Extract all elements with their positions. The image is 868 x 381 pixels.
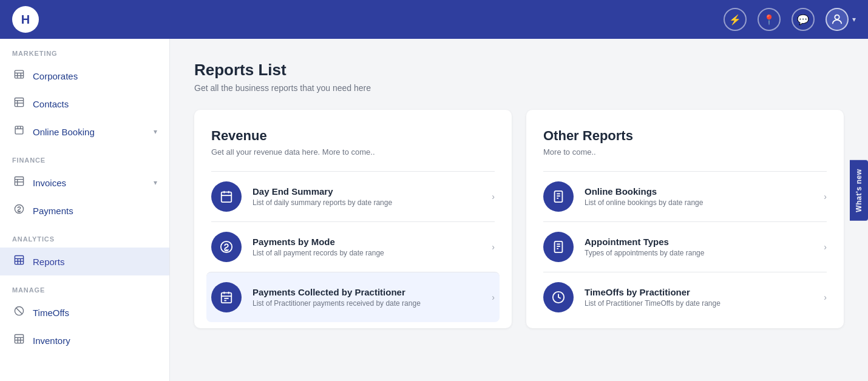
sidebar-section-manage: MANAGE [0, 275, 169, 298]
appointment-types-icon [543, 232, 574, 262]
invoices-label: Invoices [33, 178, 66, 188]
svg-rect-19 [15, 255, 23, 264]
payments-by-mode-chevron-icon: › [492, 242, 495, 252]
corporates-icon [12, 69, 25, 83]
report-item-appointment-types[interactable]: Appointment Types Types of appointments … [543, 221, 827, 272]
payments-collected-chevron-icon: › [492, 292, 495, 302]
whats-new-tab[interactable]: What's new [850, 160, 868, 221]
report-item-day-end-summary[interactable]: Day End Summary List of daily summary re… [211, 171, 495, 221]
revenue-card: Revenue Get all your revenue data here. … [194, 110, 512, 328]
sidebar-item-corporates[interactable]: Corporates [0, 62, 169, 90]
page-subtitle: Get all the business reports that you ne… [194, 83, 844, 93]
svg-rect-1 [15, 70, 23, 78]
payments-collected-name: Payments Collected by Practitioner [253, 287, 481, 297]
online-booking-icon [12, 125, 25, 138]
revenue-card-title: Revenue [211, 128, 495, 144]
page-title: Reports List [194, 61, 844, 79]
svg-rect-10 [15, 126, 23, 134]
user-chevron-icon: ▾ [852, 15, 856, 24]
other-reports-card: Other Reports More to come.. Online Book… [526, 110, 844, 328]
app-layout: MARKETING Corporates Contacts Online Boo… [0, 39, 868, 381]
invoices-icon [12, 176, 25, 189]
timeoffs-icon [12, 306, 25, 319]
timeoffs-label: TimeOffs [33, 308, 69, 318]
revenue-card-subtitle: Get all your revenue data here. More to … [211, 147, 495, 157]
topnav-actions: ⚡ 📍 💬 ▾ [724, 8, 856, 31]
report-item-payments-by-mode[interactable]: Payments by Mode List of all payment rec… [211, 221, 495, 272]
payments-icon [12, 204, 25, 217]
appointment-types-desc: Types of appointments by date range [585, 249, 813, 257]
contacts-icon [12, 97, 25, 110]
svg-line-25 [16, 308, 22, 314]
report-item-payments-collected[interactable]: Payments Collected by Practitioner List … [206, 272, 500, 322]
svg-rect-26 [15, 334, 23, 343]
sidebar-item-online-booking[interactable]: Online Booking ▾ [0, 118, 169, 146]
payments-collected-icon [211, 282, 242, 312]
svg-rect-14 [15, 177, 23, 185]
payments-label: Payments [33, 206, 73, 216]
timeoffs-practitioner-icon [543, 282, 574, 312]
day-end-summary-name: Day End Summary [253, 186, 481, 197]
sidebar-item-timeoffs[interactable]: TimeOffs [0, 298, 169, 326]
inventory-icon [12, 334, 25, 347]
svg-point-0 [835, 15, 839, 19]
reports-icon [12, 255, 25, 268]
online-booking-chevron-icon: ▾ [154, 127, 157, 136]
svg-rect-6 [15, 98, 23, 106]
location-icon[interactable]: 📍 [758, 8, 781, 31]
report-item-timeoffs-practitioner[interactable]: TimeOffs by Practitioner List of Practit… [543, 272, 827, 322]
sidebar-section-finance: FINANCE [0, 146, 169, 169]
flash-icon[interactable]: ⚡ [724, 8, 747, 31]
chat-icon[interactable]: 💬 [792, 8, 815, 31]
sidebar-item-invoices[interactable]: Invoices ▾ [0, 169, 169, 197]
cards-row: Revenue Get all your revenue data here. … [194, 110, 844, 328]
sidebar-item-contacts[interactable]: Contacts [0, 90, 169, 118]
timeoffs-practitioner-chevron-icon: › [824, 292, 827, 302]
payments-collected-desc: List of Practitioner payments received b… [253, 299, 481, 308]
day-end-summary-icon [211, 181, 242, 212]
online-bookings-chevron-icon: › [824, 192, 827, 201]
sidebar-item-payments[interactable]: Payments [0, 197, 169, 224]
online-bookings-name: Online Bookings [585, 186, 813, 197]
timeoffs-practitioner-name: TimeOffs by Practitioner [585, 287, 813, 297]
other-reports-title: Other Reports [543, 128, 827, 144]
timeoffs-practitioner-desc: List of Practitioner TimeOffs by date ra… [585, 299, 813, 308]
sidebar-item-inventory[interactable]: Inventory [0, 326, 169, 354]
day-end-summary-chevron-icon: › [492, 192, 495, 201]
payments-by-mode-name: Payments by Mode [253, 237, 481, 247]
day-end-summary-desc: List of daily summary reports by date ra… [253, 198, 481, 207]
online-booking-label: Online Booking [33, 127, 95, 137]
main-content: Reports List Get all the business report… [170, 39, 868, 381]
svg-rect-36 [222, 293, 232, 303]
user-menu[interactable]: ▾ [826, 8, 856, 31]
online-bookings-icon [543, 181, 574, 212]
payments-by-mode-desc: List of all payment records by date rang… [253, 249, 481, 257]
other-reports-subtitle: More to come.. [543, 147, 827, 157]
sidebar-section-marketing: MARKETING [0, 39, 169, 62]
contacts-label: Contacts [33, 99, 69, 109]
appointment-types-chevron-icon: › [824, 242, 827, 252]
sidebar-item-reports[interactable]: Reports [0, 248, 169, 275]
payments-by-mode-icon [211, 232, 242, 262]
avatar [826, 8, 849, 31]
report-item-online-bookings[interactable]: Online Bookings List of online bookings … [543, 171, 827, 221]
corporates-label: Corporates [33, 71, 78, 81]
svg-rect-31 [222, 192, 232, 203]
invoices-chevron-icon: ▾ [154, 178, 157, 187]
inventory-label: Inventory [33, 335, 70, 346]
online-bookings-desc: List of online bookings by date range [585, 198, 813, 207]
reports-label: Reports [33, 257, 65, 267]
app-logo[interactable]: H [12, 6, 39, 33]
sidebar-section-analytics: ANALYTICS [0, 224, 169, 248]
sidebar: MARKETING Corporates Contacts Online Boo… [0, 39, 170, 381]
appointment-types-name: Appointment Types [585, 237, 813, 247]
top-navigation: H ⚡ 📍 💬 ▾ [0, 0, 868, 39]
